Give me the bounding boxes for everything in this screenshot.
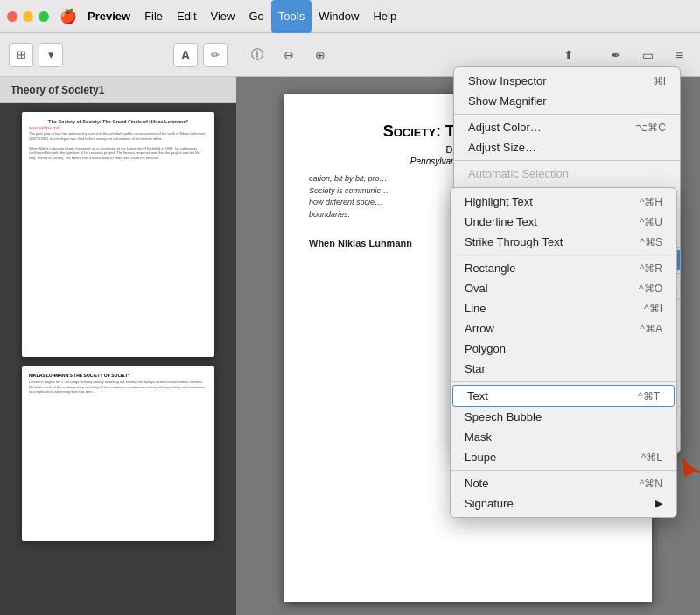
menu-edit[interactable]: Edit bbox=[170, 0, 203, 33]
page-thumbnail-2[interactable]: NIKLAS LUHMANN'S THE SOCIETY OF SOCIETY … bbox=[22, 366, 214, 541]
thumbnail-area: The Society of Society: The Grand Finale… bbox=[0, 103, 236, 615]
menu-strike-through[interactable]: Strike Through Text ^⌘S bbox=[451, 232, 676, 252]
sidebar-layout-btn[interactable]: ⊞ bbox=[9, 43, 33, 67]
sidebar-view-btn[interactable]: ▾ bbox=[38, 43, 63, 67]
menu-view[interactable]: View bbox=[204, 0, 242, 33]
menu-line[interactable]: Line ^⌘I bbox=[451, 298, 676, 318]
menu-adjust-size[interactable]: Adjust Size… bbox=[454, 137, 680, 157]
menu-highlight-text[interactable]: Highlight Text ^⌘H bbox=[451, 192, 676, 212]
text-btn[interactable]: A bbox=[173, 43, 198, 67]
annotate-sep-3 bbox=[451, 470, 676, 471]
thumb2-title: NIKLAS LUHMANN'S THE SOCIETY OF SOCIETY bbox=[29, 373, 207, 378]
menu-file[interactable]: File bbox=[137, 0, 170, 33]
thumb-text: The past year or two has witnessed a bur… bbox=[29, 131, 207, 161]
app-menu-preview[interactable]: Preview bbox=[80, 0, 137, 33]
maximize-button[interactable] bbox=[38, 11, 49, 22]
separator-1 bbox=[454, 114, 680, 115]
separator-2 bbox=[454, 160, 680, 161]
info-btn[interactable]: ⓘ bbox=[245, 43, 270, 67]
menu-show-magnifier[interactable]: Show Magnifier bbox=[454, 91, 680, 111]
signature-arrow: ▶ bbox=[655, 498, 662, 509]
sidebar-toolbar: ⊞ ▾ A ✏ bbox=[0, 33, 236, 77]
menu-signature[interactable]: Signature ▶ bbox=[451, 493, 676, 514]
menu-loupe[interactable]: Loupe ^⌘L bbox=[451, 447, 676, 467]
window-controls bbox=[7, 11, 49, 22]
thumb-title: The Society of Society: The Grand Finale… bbox=[29, 119, 207, 124]
sign-btn[interactable]: ✒ bbox=[604, 43, 628, 67]
apple-menu[interactable]: 🍎 bbox=[56, 0, 80, 33]
markup-btn[interactable]: ✏ bbox=[203, 43, 228, 67]
page-thumbnail-1[interactable]: The Society of Society: The Grand Finale… bbox=[22, 112, 214, 357]
document-title: Theory of Society1 bbox=[10, 84, 104, 96]
menu-help[interactable]: Help bbox=[366, 0, 403, 33]
thumb-url: www.jselfgss.com bbox=[29, 126, 207, 130]
close-button[interactable] bbox=[7, 11, 18, 22]
zoom-in-btn[interactable]: ⊕ bbox=[308, 43, 332, 67]
menu-text[interactable]: Text ^⌘T bbox=[452, 385, 675, 407]
menu-tools[interactable]: Tools bbox=[271, 0, 312, 33]
menu-go[interactable]: Go bbox=[242, 0, 270, 33]
menu-mask[interactable]: Mask bbox=[451, 427, 676, 447]
menu-note[interactable]: Note ^⌘N bbox=[451, 473, 676, 493]
menu-window[interactable]: Window bbox=[312, 0, 366, 33]
menu-underline-text[interactable]: Underline Text ^⌘U bbox=[451, 212, 676, 232]
preview-area: ⓘ ⊖ ⊕ ⬆ ✒ ▭ ≡ Society: The Grand Fi… Dan… bbox=[236, 33, 700, 615]
menu-star[interactable]: Star bbox=[451, 359, 676, 379]
rect-btn[interactable]: ▭ bbox=[635, 43, 660, 67]
menu-rectangle[interactable]: Rectangle ^⌘R bbox=[451, 258, 676, 278]
menu-adjust-color[interactable]: Adjust Color… ⌥⌘C bbox=[454, 117, 680, 137]
menu-polygon[interactable]: Polygon bbox=[451, 339, 676, 359]
menu-speech-bubble[interactable]: Speech Bubble bbox=[451, 407, 676, 427]
main-area: ⊞ ▾ A ✏ Theory of Society1 The Society o… bbox=[0, 33, 700, 615]
share-btn[interactable]: ⬆ bbox=[556, 43, 581, 67]
menu-show-inspector[interactable]: Show Inspector ⌘I bbox=[454, 71, 680, 91]
annotate-sep-1 bbox=[451, 255, 676, 255]
document-sidebar: ⊞ ▾ A ✏ Theory of Society1 The Society o… bbox=[0, 33, 236, 615]
thumb2-text: Luhmann begins the 1,300 page work by fl… bbox=[29, 380, 207, 395]
minimize-button[interactable] bbox=[23, 11, 33, 22]
menubar: 🍎 Preview File Edit View Go Tools Window… bbox=[0, 0, 700, 33]
zoom-out-btn[interactable]: ⊖ bbox=[276, 43, 301, 67]
annotate-submenu[interactable]: Highlight Text ^⌘H Underline Text ^⌘U St… bbox=[450, 187, 677, 518]
menu-auto-selection: Automatic Selection bbox=[454, 164, 680, 184]
document-title-bar: Theory of Society1 bbox=[0, 77, 236, 103]
menu-oval[interactable]: Oval ^⌘O bbox=[451, 278, 676, 298]
menu-arrow[interactable]: Arrow ^⌘A bbox=[451, 318, 676, 339]
more-btn[interactable]: ≡ bbox=[667, 43, 691, 67]
annotate-sep-2 bbox=[451, 381, 676, 382]
